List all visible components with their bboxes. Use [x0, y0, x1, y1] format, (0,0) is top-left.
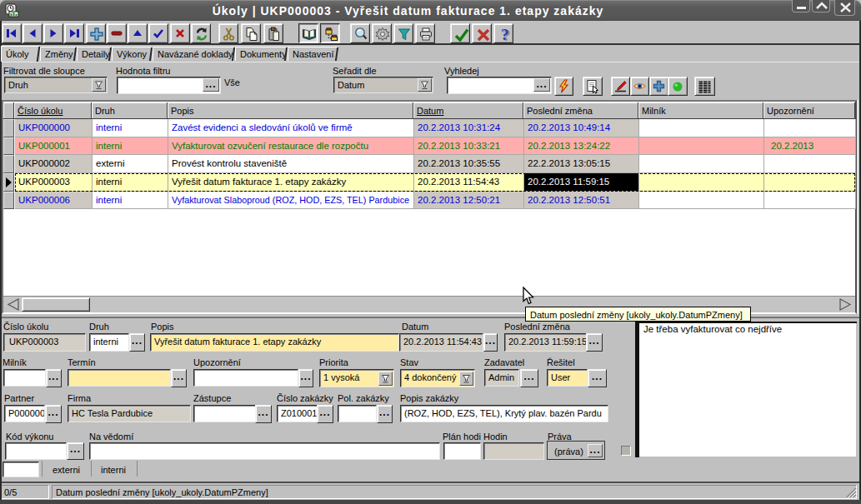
svg-text:?: ? — [501, 27, 509, 43]
